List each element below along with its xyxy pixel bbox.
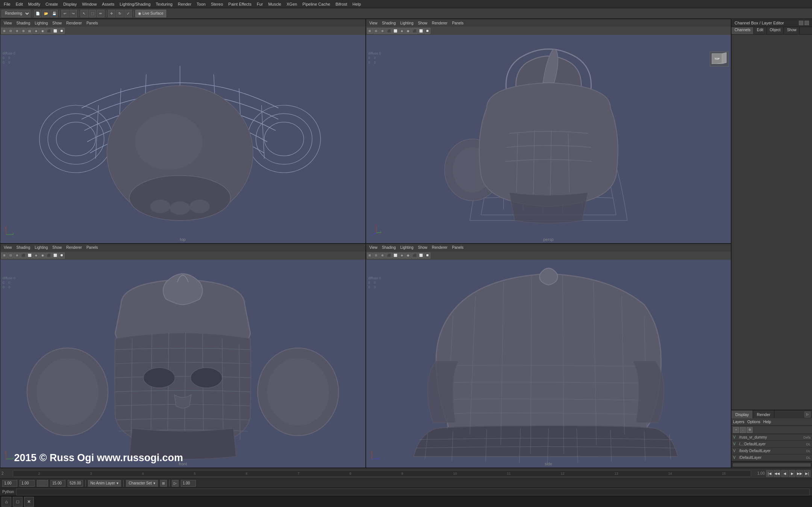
vp-persp-tb-10[interactable]: 🔲	[424, 28, 430, 34]
toolbar-move[interactable]: ✛	[108, 10, 115, 17]
menu-fur[interactable]: Fur	[255, 1, 265, 7]
status-frame-right[interactable]: 1.00	[181, 480, 196, 487]
layer-item-3[interactable]: V /DefaultLayer DL	[732, 454, 812, 461]
status-val-2[interactable]: 1.00	[20, 480, 35, 487]
vp-front-tb-5[interactable]: ⬜	[27, 253, 33, 259]
vp-side-tb-8[interactable]: ⬛	[412, 253, 418, 259]
lp-tab-display[interactable]: Display	[732, 410, 753, 418]
vp-persp-show[interactable]: Show	[416, 21, 429, 26]
cb-maximize[interactable]	[804, 21, 809, 25]
vp-side-tb-9[interactable]: ⬜	[418, 253, 424, 259]
menu-display[interactable]: Display	[61, 1, 79, 7]
vp-side-tb-7[interactable]: ◉	[405, 253, 411, 259]
layer-options-btn[interactable]: ⚙	[747, 427, 753, 433]
layer-menu-help[interactable]: Help	[763, 420, 771, 424]
vp-top-tb-7[interactable]: ◉	[39, 28, 45, 34]
vp-top-tb-8[interactable]: ⬛	[46, 28, 52, 34]
taskbar-close[interactable]: ✕	[24, 497, 34, 507]
status-next-frame[interactable]: ▷	[172, 480, 179, 487]
vp-side-lighting[interactable]: Lighting	[398, 245, 415, 250]
toolbar-lasso[interactable]: ⬚	[89, 10, 96, 17]
vp-top-renderer[interactable]: Renderer	[64, 21, 84, 26]
vp-persp-lighting[interactable]: Lighting	[398, 21, 415, 26]
python-input[interactable]	[16, 489, 810, 495]
vp-side-tb-4[interactable]: ⬛	[386, 253, 392, 259]
vp-top-lighting[interactable]: Lighting	[33, 21, 50, 26]
vp-persp-shading[interactable]: Shading	[380, 21, 398, 26]
toolbar-rotate[interactable]: ↻	[116, 10, 124, 17]
layer-menu-options[interactable]: Options	[747, 420, 760, 424]
vp-front-show[interactable]: Show	[50, 245, 64, 250]
vp-top-tb-3[interactable]: ⊕	[14, 28, 20, 34]
layer-new-btn[interactable]: +	[733, 427, 739, 433]
toolbar-new[interactable]: 📄	[34, 10, 41, 17]
cb-minimize[interactable]	[799, 21, 803, 25]
vp-persp-view[interactable]: View	[368, 21, 380, 26]
character-set-btn[interactable]: ⊞	[160, 480, 167, 487]
vp-front-tb-1[interactable]: ⊞	[1, 253, 7, 259]
layer-scrollbar[interactable]	[732, 461, 812, 468]
layer-item-0[interactable]: V /russ_vr_dummy Defa	[732, 434, 812, 441]
pb-first[interactable]: |◀	[766, 470, 773, 477]
cb-tab-show[interactable]: Show	[784, 27, 800, 34]
layer-panel-expand[interactable]: ▷	[804, 412, 810, 418]
vp-persp-tb-3[interactable]: ⊕	[380, 28, 386, 34]
menu-window[interactable]: Window	[80, 1, 99, 7]
vp-front-shading[interactable]: Shading	[15, 245, 32, 250]
vp-front-panels[interactable]: Panels	[85, 245, 100, 250]
toolbar-paint[interactable]: ✏	[97, 10, 105, 17]
layer-3-visible[interactable]: V	[733, 456, 738, 460]
toolbar-save[interactable]: 💾	[50, 10, 58, 17]
anim-layer-dropdown[interactable]: No Anim Layer ▾	[88, 480, 121, 487]
vp-side-tb-6[interactable]: ◈	[399, 253, 405, 259]
nav-cube[interactable]: TOP	[710, 51, 729, 67]
vp-side-tb-10[interactable]: 🔲	[424, 253, 430, 259]
viewport-side[interactable]: View Shading Lighting Show Renderer Pane…	[366, 244, 732, 468]
vp-top-tb-6[interactable]: ◈	[33, 28, 39, 34]
toolbar-redo[interactable]: ↪	[70, 10, 77, 17]
vp-persp-renderer[interactable]: Renderer	[430, 21, 450, 26]
lp-tab-render[interactable]: Render	[753, 410, 774, 418]
vp-side-tb-5[interactable]: ⬜	[392, 253, 398, 259]
timeline-track[interactable]: 2 3 4 5 6 7 8 9 10 11 12 13 14 15	[13, 470, 751, 477]
vp-front-tb-7[interactable]: ◉	[39, 253, 45, 259]
menu-xgen[interactable]: XGen	[284, 1, 299, 7]
cb-tab-channels[interactable]: Channels	[732, 27, 754, 34]
menu-create[interactable]: Create	[43, 1, 60, 7]
vp-top-tb-2[interactable]: ⊟	[8, 28, 14, 34]
menu-lighting-shading[interactable]: Lighting/Shading	[117, 1, 153, 7]
viewport-side-content[interactable]: diffuse 0 0 0 0 0 side z y	[366, 260, 731, 468]
viewport-persp[interactable]: View Shading Lighting Show Renderer Pane…	[366, 19, 732, 244]
menu-pipeline-cache[interactable]: Pipeline Cache	[300, 1, 332, 7]
vp-persp-panels[interactable]: Panels	[450, 21, 465, 26]
vp-persp-tb-2[interactable]: ⊟	[373, 28, 379, 34]
menu-edit[interactable]: Edit	[14, 1, 25, 7]
taskbar-home[interactable]: ⌂	[2, 497, 11, 507]
viewport-front-content[interactable]: 2015 © Russ Ogi www.russogi.com diffuse …	[0, 260, 365, 468]
vp-side-shading[interactable]: Shading	[380, 245, 398, 250]
layer-2-visible[interactable]: V	[733, 449, 738, 453]
vp-persp-tb-1[interactable]: ⊞	[367, 28, 373, 34]
menu-file[interactable]: File	[2, 1, 13, 7]
vp-top-tb-5[interactable]: ▤	[27, 28, 33, 34]
menu-muscle[interactable]: Muscle	[266, 1, 283, 7]
menu-stereo[interactable]: Stereo	[209, 1, 225, 7]
cb-tab-edit[interactable]: Edit	[754, 27, 767, 34]
vp-persp-tb-7[interactable]: ◉	[405, 28, 411, 34]
menu-modify[interactable]: Modify	[26, 1, 42, 7]
pb-prev-key[interactable]: ◀◀	[774, 470, 780, 477]
vp-front-tb-8[interactable]: ⬛	[46, 253, 52, 259]
status-val-1[interactable]: 1.00	[2, 480, 17, 487]
vp-top-tb-4[interactable]: ⊞	[20, 28, 26, 34]
vp-top-view[interactable]: View	[2, 21, 14, 26]
vp-front-renderer[interactable]: Renderer	[64, 245, 84, 250]
taskbar-window[interactable]: □	[13, 497, 23, 507]
toolbar-scale[interactable]: ⤢	[124, 10, 132, 17]
character-set-dropdown[interactable]: Character Set ▾	[126, 480, 158, 487]
vp-front-lighting[interactable]: Lighting	[33, 245, 50, 250]
layer-item-1[interactable]: V /...:DefaultLayer DL	[732, 441, 812, 448]
status-val-4[interactable]: 528.00	[68, 480, 83, 487]
layer-delete-btn[interactable]: -	[740, 427, 746, 433]
status-val-3[interactable]: 15.00	[50, 480, 65, 487]
layer-1-visible[interactable]: V	[733, 442, 738, 446]
